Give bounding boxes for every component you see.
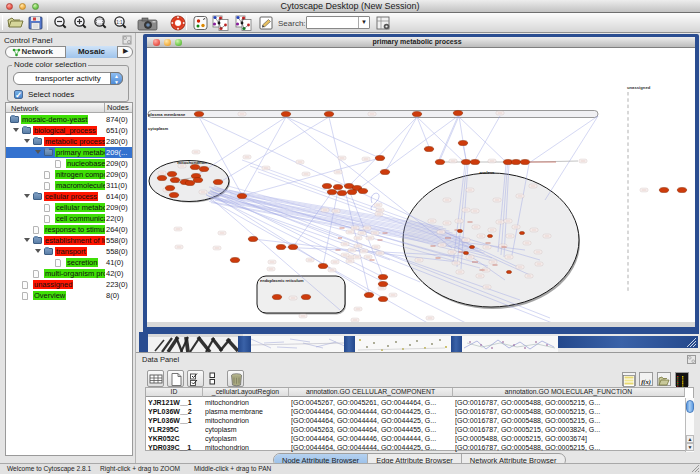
svg-text:unassigned: unassigned [627,85,651,90]
svg-text:1:1: 1:1 [116,20,123,25]
svg-text:mitochondrion: mitochondrion [177,160,207,165]
svg-text:plasma membrane: plasma membrane [148,112,186,117]
svg-text:nucleus: nucleus [479,170,495,175]
svg-text:f(x): f(x) [641,378,651,386]
svg-text:endoplasmic reticulum: endoplasmic reticulum [260,278,304,283]
svg-text:cytoplasm: cytoplasm [148,126,169,131]
